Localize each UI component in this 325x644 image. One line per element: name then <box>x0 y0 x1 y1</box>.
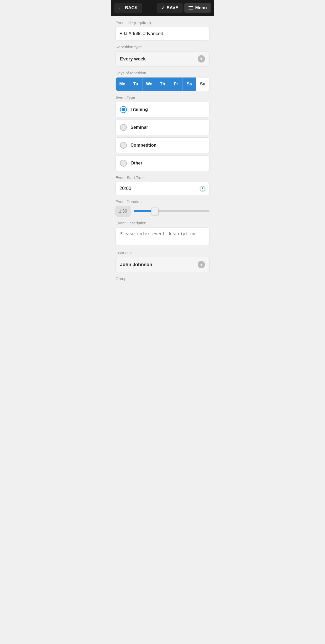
save-button[interactable]: ✓ SAVE <box>157 3 183 13</box>
instructor-dropdown[interactable]: John Johnson ▼ <box>116 257 209 272</box>
day-sunday[interactable]: Su <box>196 78 209 91</box>
slider-track <box>134 210 209 212</box>
repetition-type-chevron-icon: ▼ <box>198 55 205 63</box>
instructor-chevron-icon: ▼ <box>198 261 205 268</box>
duration-label: Event Duration <box>116 199 209 204</box>
radio-other-icon <box>120 160 127 167</box>
back-label: BACK <box>125 5 138 11</box>
repetition-type-value: Every week <box>120 56 146 62</box>
description-input[interactable] <box>116 227 209 245</box>
radio-competition-icon <box>120 142 127 149</box>
competition-label: Competition <box>130 143 156 148</box>
event-type-competition[interactable]: Competition <box>116 137 209 153</box>
day-friday[interactable]: Fr <box>169 78 183 91</box>
duration-row: 1:30 <box>116 206 209 217</box>
menu-button[interactable]: Menu <box>184 3 211 13</box>
duration-slider-wrapper <box>134 207 209 216</box>
back-button[interactable]: ← BACK <box>114 3 142 13</box>
event-type-training[interactable]: Training <box>116 102 209 117</box>
slider-thumb[interactable] <box>151 208 159 215</box>
start-time-wrapper: 🕐 <box>116 182 209 195</box>
event-type-options: Training Seminar Competition Other <box>116 102 209 171</box>
days-of-repetition: Mo Tu We Th Fr Sa Su <box>116 77 209 91</box>
training-label: Training <box>130 107 148 112</box>
event-type-other[interactable]: Other <box>116 155 209 171</box>
day-wednesday[interactable]: We <box>143 78 156 91</box>
repetition-type-dropdown[interactable]: Every week ▼ <box>116 51 209 66</box>
event-type-label: Event Type <box>116 95 209 100</box>
instructor-value: John Johnson <box>120 262 152 267</box>
repetition-type-label: Repetition type <box>116 45 209 49</box>
day-thursday[interactable]: Th <box>156 78 169 91</box>
header-right-actions: ✓ SAVE Menu <box>157 3 211 13</box>
form-content: Event title (required) Repetition type E… <box>111 16 214 286</box>
hamburger-icon <box>188 6 193 9</box>
group-label: Group <box>116 276 209 281</box>
day-monday[interactable]: Mo <box>116 78 129 91</box>
day-tuesday[interactable]: Tu <box>129 78 143 91</box>
event-title-label: Event title (required) <box>116 20 209 25</box>
clock-icon: 🕐 <box>199 186 206 192</box>
menu-label: Menu <box>195 5 207 11</box>
day-saturday[interactable]: Sa <box>183 78 196 91</box>
save-label: SAVE <box>167 5 179 11</box>
description-label: Event Description <box>116 221 209 225</box>
start-time-input[interactable] <box>116 182 209 195</box>
radio-training-icon <box>120 106 127 113</box>
seminar-label: Seminar <box>130 125 148 130</box>
header: ← BACK ✓ SAVE Menu <box>111 0 214 16</box>
days-label: Days of repetition <box>116 71 209 75</box>
event-title-input[interactable] <box>116 27 209 40</box>
back-arrow-icon: ← <box>118 5 123 11</box>
duration-badge: 1:30 <box>116 206 130 217</box>
other-label: Other <box>130 161 142 166</box>
instructor-label: Instructor <box>116 250 209 255</box>
start-time-label: Event Start Time <box>116 175 209 180</box>
event-type-seminar[interactable]: Seminar <box>116 120 209 135</box>
radio-seminar-icon <box>120 124 127 131</box>
checkmark-icon: ✓ <box>161 5 165 11</box>
